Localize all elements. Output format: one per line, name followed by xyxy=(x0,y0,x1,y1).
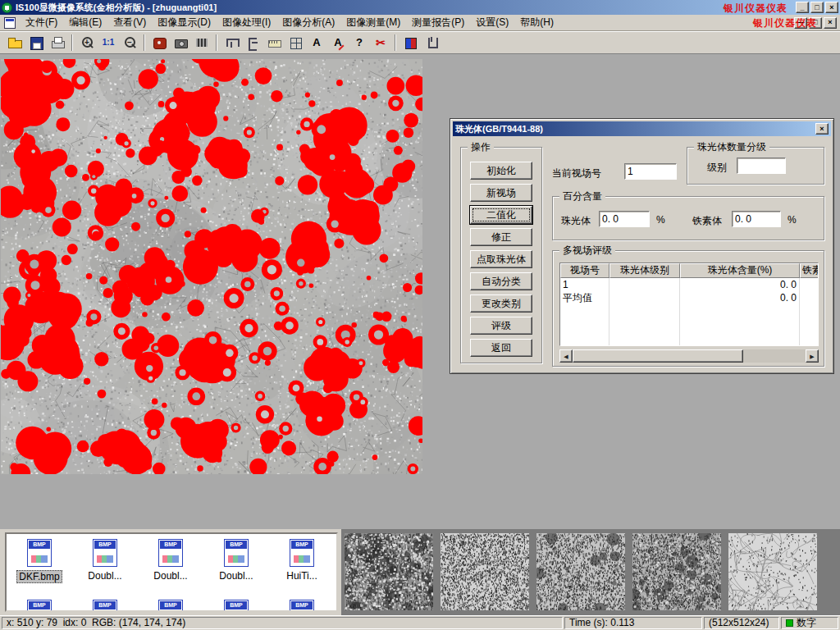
caliper-button[interactable] xyxy=(221,33,242,52)
file-item[interactable]: BMP xyxy=(7,595,72,612)
status-bar: x: 510 y: 79 idx: 0 RGB: (174, 174, 174)… xyxy=(0,615,840,630)
measure-button[interactable] xyxy=(399,33,421,52)
print-icon xyxy=(50,35,65,50)
zoom-in-button[interactable]: + xyxy=(76,33,98,52)
operation-button-5[interactable]: 自动分类 xyxy=(470,272,532,290)
thumbnail-1[interactable] xyxy=(345,533,433,610)
column-header-0[interactable]: 视场号 xyxy=(560,263,609,278)
table-row[interactable]: 10. 0 xyxy=(560,278,818,291)
save-button[interactable] xyxy=(25,33,47,52)
file-name: HuiTi... xyxy=(284,570,320,582)
operation-button-4[interactable]: 点取珠光体 xyxy=(470,250,532,268)
save-icon xyxy=(29,35,43,50)
percent-legend: 百分含量 xyxy=(559,190,605,202)
watermark-text: 银川仪器仪表 xyxy=(753,16,817,30)
file-item[interactable]: BMP xyxy=(72,595,138,612)
menu-item-7[interactable]: 测量报告(P) xyxy=(406,14,470,31)
operation-button-0[interactable]: 初始化 xyxy=(470,162,532,180)
scrollbar-track[interactable] xyxy=(573,349,806,363)
operation-button-6[interactable]: 更改类别 xyxy=(470,294,532,313)
bmp-format-label: BMP xyxy=(94,601,116,609)
file-item[interactable]: BMPDoubl... xyxy=(203,534,269,595)
file-item[interactable]: BMP xyxy=(138,595,203,612)
menu-item-1[interactable]: 编辑(E) xyxy=(63,14,107,31)
bmp-file-icon: BMP xyxy=(158,539,183,567)
table-filler-row xyxy=(560,304,818,345)
file-item[interactable]: BMPHuiTi... xyxy=(269,534,335,595)
pearlite-input[interactable] xyxy=(599,211,650,227)
micrometer-button[interactable] xyxy=(242,33,263,52)
operation-button-1[interactable]: 新视场 xyxy=(470,184,532,202)
dialog-title-bar[interactable]: 珠光体(GB/T9441-88) × xyxy=(453,121,831,136)
column-header-2[interactable]: 珠光体含量(%) xyxy=(680,263,800,278)
table-cell xyxy=(609,304,680,345)
dialog-close-button[interactable]: × xyxy=(815,123,829,135)
operation-button-2[interactable]: 二值化 xyxy=(470,206,532,224)
ruler-button[interactable] xyxy=(263,33,285,52)
close-button[interactable]: × xyxy=(825,2,838,13)
actual-size-button[interactable]: 1:1 xyxy=(98,33,119,52)
cut-button[interactable]: ✂ xyxy=(370,33,391,52)
mdi-close-button[interactable]: × xyxy=(824,17,837,29)
mode-label: 数字 xyxy=(797,618,816,628)
scroll-right-button[interactable]: ▶ xyxy=(806,349,819,363)
dialog-title: 珠光体(GB/T9441-88) xyxy=(455,123,543,135)
grid-button[interactable] xyxy=(285,33,306,52)
menu-item-5[interactable]: 图像分析(A) xyxy=(276,14,340,31)
bmp-format-label: BMP xyxy=(94,541,116,549)
thumbnail-2[interactable] xyxy=(441,533,529,610)
multi-field-legend: 多视场评级 xyxy=(559,244,615,256)
multi-field-group: 多视场评级 视场号珠光体级别珠光体含量(%)铁素 10. 0平均值0. 0 ◀ … xyxy=(552,250,824,367)
file-item[interactable]: BMPDKF.bmp xyxy=(7,534,72,595)
column-header-3[interactable]: 铁素 xyxy=(800,263,819,278)
file-item[interactable]: BMPDoubl... xyxy=(72,534,138,595)
file-item[interactable]: BMPDoubl... xyxy=(138,534,203,595)
grade-legend: 珠光体数量分级 xyxy=(694,141,769,153)
table-hscrollbar: ◀ ▶ xyxy=(559,349,819,363)
print-button[interactable] xyxy=(47,33,68,52)
table-row[interactable]: 平均值0. 0 xyxy=(560,291,818,304)
menu-item-9[interactable]: 帮助(H) xyxy=(514,14,559,31)
film-icon xyxy=(194,35,209,50)
mode-cell: 数字 xyxy=(781,617,838,629)
maximize-button[interactable]: □ xyxy=(810,2,824,13)
thumbnail-4[interactable] xyxy=(632,533,721,610)
watermark-text: 银川仪器仪表 xyxy=(724,2,788,16)
ferrite-input[interactable] xyxy=(732,211,781,227)
menu-item-4[interactable]: 图像处理(I) xyxy=(217,14,276,31)
thumbnail-5[interactable] xyxy=(728,533,817,610)
caliper-v-button[interactable] xyxy=(421,33,442,52)
thumbnail-3[interactable] xyxy=(536,533,625,610)
open-button[interactable] xyxy=(4,33,25,52)
minimize-button[interactable]: _ xyxy=(796,2,809,13)
grade-group: 珠光体数量分级 级别 xyxy=(687,147,824,185)
metallograph-image[interactable] xyxy=(1,59,422,474)
menu-item-0[interactable]: 文件(F) xyxy=(20,14,63,31)
grade-input[interactable] xyxy=(737,158,786,174)
camera-button[interactable] xyxy=(170,33,191,52)
menu-item-2[interactable]: 查看(V) xyxy=(107,14,152,31)
text-button[interactable]: A xyxy=(306,33,327,52)
menu-item-8[interactable]: 设置(S) xyxy=(470,14,514,31)
capture-button[interactable] xyxy=(148,33,170,52)
help-button[interactable]: ? xyxy=(349,33,370,52)
operation-button-7[interactable]: 评级 xyxy=(470,317,532,335)
bmp-file-icon: BMP xyxy=(27,539,52,567)
menu-item-3[interactable]: 图像显示(D) xyxy=(152,14,217,31)
film-button[interactable] xyxy=(191,33,212,52)
current-field-input[interactable] xyxy=(624,163,677,180)
scrollbar-thumb[interactable] xyxy=(573,349,743,363)
column-header-1[interactable]: 珠光体级别 xyxy=(609,263,680,278)
file-item[interactable]: BMP xyxy=(203,595,269,612)
file-item[interactable]: BMP xyxy=(269,595,335,612)
annotate-button[interactable]: A xyxy=(327,33,349,52)
menu-item-6[interactable]: 图像测量(M) xyxy=(340,14,406,31)
percent-sign: % xyxy=(788,214,797,226)
zoom-out-button[interactable]: − xyxy=(119,33,140,52)
toolbar-separator xyxy=(71,34,73,51)
operations-group: 操作 初始化新视场二值化修正点取珠光体自动分类更改类别评级返回 xyxy=(460,147,542,363)
table-cell: 平均值 xyxy=(560,291,609,304)
scroll-left-button[interactable]: ◀ xyxy=(559,349,573,363)
operation-button-3[interactable]: 修正 xyxy=(470,228,532,246)
operation-button-8[interactable]: 返回 xyxy=(470,339,532,357)
